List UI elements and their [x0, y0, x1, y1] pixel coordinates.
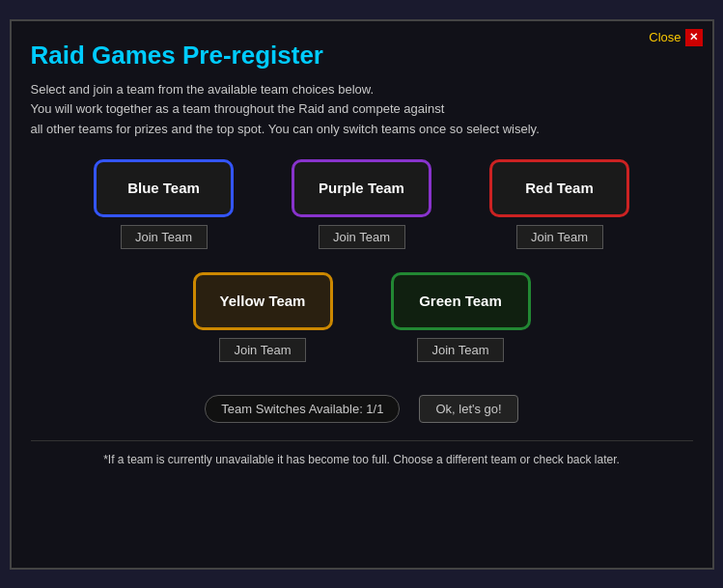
green-team-button[interactable]: Green Team	[391, 272, 531, 330]
join-yellow-team-button[interactable]: Join Team	[219, 338, 306, 362]
close-icon: ✕	[689, 31, 698, 43]
description: Select and join a team from the availabl…	[31, 80, 693, 140]
dialog: Close ✕ Raid Games Pre-register Select a…	[10, 19, 714, 570]
description-line3: all other teams for prizes and the top s…	[31, 122, 540, 136]
page-title: Raid Games Pre-register	[31, 41, 693, 70]
close-bar: Close ✕	[649, 29, 702, 46]
footer-note: *If a team is currently unavailable it h…	[31, 440, 693, 466]
join-red-team-button[interactable]: Join Team	[516, 225, 603, 249]
team-cell-yellow: Yellow Team Join Team	[193, 272, 333, 362]
team-cell-blue: Blue Team Join Team	[94, 159, 234, 249]
ok-lets-go-button[interactable]: Ok, let's go!	[419, 395, 517, 423]
close-button[interactable]: ✕	[685, 29, 703, 46]
description-line2: You will work together as a team through…	[31, 101, 445, 116]
yellow-team-button[interactable]: Yellow Team	[193, 272, 333, 330]
blue-team-button[interactable]: Blue Team	[94, 159, 234, 217]
join-blue-team-button[interactable]: Join Team	[121, 225, 208, 249]
teams-grid: Blue Team Join Team Purple Team Join Tea…	[31, 159, 693, 385]
red-team-button[interactable]: Red Team	[489, 159, 629, 217]
purple-team-button[interactable]: Purple Team	[292, 159, 431, 217]
bottom-row: Team Switches Available: 1/1 Ok, let's g…	[31, 395, 693, 423]
join-green-team-button[interactable]: Join Team	[417, 338, 504, 362]
teams-row-2: Yellow Team Join Team Green Team Join Te…	[193, 272, 531, 381]
team-cell-purple: Purple Team Join Team	[292, 159, 431, 249]
team-cell-red: Red Team Join Team	[489, 159, 629, 249]
join-purple-team-button[interactable]: Join Team	[319, 225, 405, 249]
team-switches-badge: Team Switches Available: 1/1	[205, 395, 400, 423]
teams-row-1: Blue Team Join Team Purple Team Join Tea…	[94, 159, 629, 268]
team-cell-green: Green Team Join Team	[391, 272, 531, 362]
close-label[interactable]: Close	[649, 30, 681, 44]
description-line1: Select and join a team from the availabl…	[31, 82, 375, 97]
